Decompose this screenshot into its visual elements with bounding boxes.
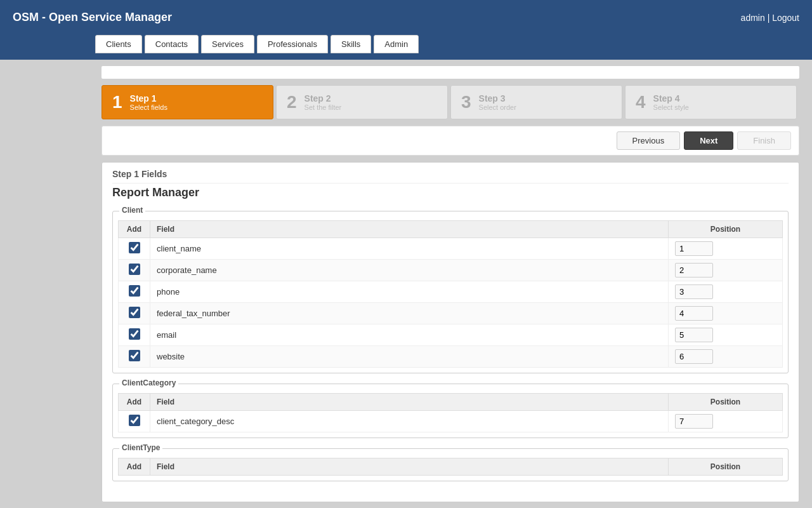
col-header-position: Position bbox=[669, 221, 783, 238]
step-4-text: Step 4 Select style bbox=[653, 93, 689, 111]
nav-tab-admin[interactable]: Admin bbox=[374, 35, 419, 53]
fields-section: Step 1 Fields Report Manager Client Add … bbox=[102, 162, 799, 502]
client-category-table: Add Field Position client_category_desc bbox=[118, 393, 783, 432]
top-bar bbox=[102, 66, 799, 79]
step-2[interactable]: 2 Step 2 Set the filter bbox=[276, 85, 448, 119]
position-input[interactable] bbox=[675, 414, 713, 429]
step-1-number: 1 bbox=[112, 93, 122, 111]
cat-col-header-field: Field bbox=[150, 394, 669, 411]
step-4-number: 4 bbox=[636, 93, 646, 111]
client-type-group-inner: Add Field Position bbox=[113, 449, 788, 481]
nav-tab-services[interactable]: Services bbox=[201, 35, 254, 53]
row-position-cell bbox=[669, 324, 783, 346]
finish-button[interactable]: Finish bbox=[737, 131, 791, 150]
client-group-legend: Client bbox=[119, 206, 145, 215]
nav-tab-professionals[interactable]: Professionals bbox=[257, 35, 328, 53]
report-manager-title: Report Manager bbox=[112, 186, 789, 203]
col-header-add: Add bbox=[119, 221, 150, 238]
row-checkbox[interactable] bbox=[129, 328, 140, 340]
step-3-text: Step 3 Select order bbox=[479, 93, 516, 111]
step-2-number: 2 bbox=[287, 93, 297, 111]
steps-wizard: 1 Step 1 Select fields 2 Step 2 Set the … bbox=[102, 85, 799, 119]
cat-col-header-add: Add bbox=[119, 394, 150, 411]
position-input[interactable] bbox=[675, 328, 713, 342]
position-input[interactable] bbox=[675, 306, 713, 321]
table-row: phone bbox=[119, 281, 783, 303]
row-add-cell bbox=[119, 324, 150, 346]
row-add-cell bbox=[119, 260, 150, 281]
nav-tab-skills[interactable]: Skills bbox=[331, 35, 371, 53]
table-row: client_name bbox=[119, 238, 783, 260]
client-type-group: ClientType Add Field Position bbox=[112, 448, 789, 481]
row-add-cell bbox=[119, 238, 150, 260]
row-position-cell bbox=[669, 260, 783, 281]
position-input[interactable] bbox=[675, 349, 713, 364]
step-3-sublabel: Select order bbox=[479, 104, 516, 111]
row-checkbox[interactable] bbox=[129, 350, 140, 361]
type-col-header-add: Add bbox=[119, 458, 150, 476]
step-3[interactable]: 3 Step 3 Select order bbox=[450, 85, 622, 119]
client-type-group-legend: ClientType bbox=[119, 443, 162, 452]
col-header-field: Field bbox=[150, 221, 669, 238]
table-row: website bbox=[119, 346, 783, 368]
row-add-cell bbox=[119, 411, 150, 432]
client-category-group-inner: Add Field Position client_category_desc bbox=[113, 384, 788, 438]
client-category-table-header: Add Field Position bbox=[119, 394, 783, 411]
step-1-sublabel: Select fields bbox=[130, 104, 167, 111]
row-checkbox[interactable] bbox=[129, 285, 140, 297]
row-checkbox[interactable] bbox=[129, 415, 140, 426]
nav-tab-contacts[interactable]: Contacts bbox=[145, 35, 199, 53]
header-user: admin | Logout bbox=[741, 13, 799, 23]
step-1-label: Step 1 bbox=[130, 93, 167, 104]
row-checkbox[interactable] bbox=[129, 264, 140, 275]
step-2-label: Step 2 bbox=[304, 93, 342, 104]
row-add-cell bbox=[119, 281, 150, 303]
table-row: federal_tax_number bbox=[119, 303, 783, 324]
previous-button[interactable]: Previous bbox=[617, 131, 681, 150]
row-field-name: phone bbox=[150, 281, 669, 303]
client-category-group: ClientCategory Add Field Position client… bbox=[112, 384, 789, 438]
row-position-cell bbox=[669, 411, 783, 432]
step-1[interactable]: 1 Step 1 Select fields bbox=[102, 85, 273, 119]
row-field-name: email bbox=[150, 324, 669, 346]
position-input[interactable] bbox=[675, 241, 713, 256]
table-row: client_category_desc bbox=[119, 411, 783, 432]
app-title: OSM - Open Service Manager bbox=[13, 11, 172, 24]
row-checkbox[interactable] bbox=[129, 307, 140, 318]
client-category-group-legend: ClientCategory bbox=[119, 378, 178, 387]
row-field-name: corporate_name bbox=[150, 260, 669, 281]
type-col-header-field: Field bbox=[150, 458, 669, 476]
client-type-table: Add Field Position bbox=[118, 458, 783, 476]
client-table-header: Add Field Position bbox=[119, 221, 783, 238]
type-col-header-position: Position bbox=[669, 458, 783, 476]
header: OSM - Open Service Manager admin | Logou… bbox=[0, 0, 812, 35]
position-input[interactable] bbox=[675, 263, 713, 277]
cat-col-header-position: Position bbox=[669, 394, 783, 411]
nav-bar: Clients Contacts Services Professionals … bbox=[0, 35, 812, 60]
row-field-name: website bbox=[150, 346, 669, 368]
client-type-table-header: Add Field Position bbox=[119, 458, 783, 476]
username: admin bbox=[741, 13, 765, 23]
row-position-cell bbox=[669, 238, 783, 260]
row-field-name: client_category_desc bbox=[150, 411, 669, 432]
row-field-name: client_name bbox=[150, 238, 669, 260]
position-input[interactable] bbox=[675, 284, 713, 299]
table-row: email bbox=[119, 324, 783, 346]
row-checkbox[interactable] bbox=[129, 242, 140, 253]
client-group: Client Add Field Position client_namecor… bbox=[112, 211, 789, 373]
step-4[interactable]: 4 Step 4 Select style bbox=[625, 85, 797, 119]
row-position-cell bbox=[669, 346, 783, 368]
row-position-cell bbox=[669, 281, 783, 303]
step-3-label: Step 3 bbox=[479, 93, 516, 104]
row-add-cell bbox=[119, 346, 150, 368]
client-group-inner: Add Field Position client_namecorporate_… bbox=[113, 211, 788, 373]
content-wrapper: 1 Step 1 Select fields 2 Step 2 Set the … bbox=[0, 60, 812, 508]
fields-section-title: Step 1 Fields bbox=[112, 169, 789, 184]
header-separator: | bbox=[768, 13, 770, 23]
client-table: Add Field Position client_namecorporate_… bbox=[118, 220, 783, 368]
logout-link[interactable]: Logout bbox=[772, 13, 799, 23]
row-position-cell bbox=[669, 303, 783, 324]
step-1-text: Step 1 Select fields bbox=[130, 93, 167, 111]
next-button[interactable]: Next bbox=[684, 131, 733, 150]
nav-tab-clients[interactable]: Clients bbox=[95, 35, 142, 53]
